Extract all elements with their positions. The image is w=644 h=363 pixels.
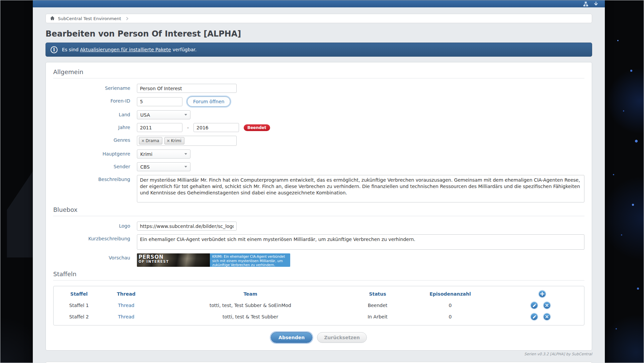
sender-select[interactable]: CBS — [137, 162, 190, 171]
kurzbeschreibung-textarea[interactable]: Ein ehemaliger CIA-Agent verbündet sich … — [137, 234, 584, 250]
banner-photo-collage: PERSON OF INTEREST — [137, 253, 210, 267]
hauptgenre-select-value: Krimi — [140, 152, 152, 157]
banner-blurb-text: KRIMI: Ein ehemaliger CIA-Agent verbünde… — [210, 253, 290, 267]
col-thread: Thread — [104, 291, 148, 297]
version-text: Serien v0.3.2 [ALPHA] by SubCentral — [46, 352, 592, 356]
edit-season-button[interactable] — [530, 301, 538, 309]
beschreibung-textarea[interactable]: Der mysteriöse Milliardär Mr. Finch hat … — [137, 175, 584, 202]
season-episode-count: 0 — [402, 303, 498, 308]
status-badge: Beendet — [244, 124, 270, 131]
season-episode-count: 0 — [402, 314, 498, 319]
season-name: Staffel 2 — [54, 314, 104, 319]
add-season-button[interactable] — [538, 290, 546, 298]
hauptgenre-label: Hauptgenre — [53, 149, 137, 157]
col-team: Team — [148, 291, 353, 297]
land-label: Land — [53, 110, 137, 117]
seriename-label: Seriename — [53, 84, 137, 91]
edit-form-panel: Allgemein Seriename Foren-ID Forum öffne… — [46, 62, 592, 351]
breadcrumb-bottom[interactable]: SubCentral Test Environment — [46, 362, 592, 363]
reset-button[interactable]: Zurücksetzen — [317, 332, 367, 343]
home-icon — [50, 16, 55, 21]
sender-select-value: CBS — [140, 164, 150, 170]
notice-text: Es sind Aktualisierungen für installiert… — [62, 47, 196, 52]
delete-season-button[interactable] — [543, 301, 551, 309]
jahre-label: Jahre — [53, 123, 137, 130]
season-team: totti, test, Test Subber & SoEinMod — [148, 303, 353, 308]
genre-tag: × Drama — [139, 137, 162, 144]
hauptgenre-select[interactable]: Krimi — [137, 149, 190, 159]
genre-tag: × Krimi — [164, 137, 184, 144]
col-staffel: Staffel — [54, 291, 104, 297]
section-bluebox: Bluebox — [53, 206, 584, 216]
land-select-value: USA — [140, 112, 150, 118]
chevron-down-icon — [184, 114, 187, 116]
sitemap-icon[interactable] — [583, 1, 588, 7]
seasons-table: Staffel Thread Team Status Episodenanzah… — [53, 286, 584, 325]
year-range-separator: - — [187, 125, 189, 130]
kurzbeschreibung-label: Kurzbeschreibung — [53, 234, 137, 241]
season-row: Staffel 2 Thread totti, test & Test Subb… — [54, 311, 584, 322]
preview-banner-image: PERSON OF INTEREST KRIMI: Ein ehemaliger… — [137, 253, 290, 267]
section-staffeln: Staffeln — [53, 270, 584, 281]
scroll-down-arrow-icon[interactable] — [593, 1, 599, 7]
topbar — [33, 0, 605, 7]
beschreibung-label: Beschreibung — [53, 175, 137, 182]
logo-url-input[interactable] — [137, 222, 237, 231]
genre-tag-label: Drama — [146, 138, 159, 143]
content-area: SubCentral Test Environment Bearbeiten v… — [33, 14, 605, 363]
banner-show-logo: PERSON OF INTEREST — [139, 255, 169, 263]
form-actions: Absenden Zurücksetzen — [53, 332, 584, 343]
update-packages-link[interactable]: Aktualisierungen für installierte Pakete — [80, 47, 171, 52]
info-icon: i — [51, 46, 58, 53]
page-column: SubCentral Test Environment Bearbeiten v… — [33, 0, 605, 363]
open-forum-button[interactable]: Forum öffnen — [187, 97, 230, 107]
chevron-right-icon — [125, 17, 129, 20]
land-select[interactable]: USA — [137, 110, 190, 119]
sender-label: Sender — [53, 162, 137, 169]
col-episodenanzahl: Episodenanzahl — [402, 291, 498, 297]
genres-tag-input[interactable]: × Drama × Krimi — [137, 136, 237, 146]
season-row: Staffel 1 Thread totti, test, Test Subbe… — [54, 300, 584, 311]
notice-prefix: Es sind — [62, 47, 80, 52]
edit-season-button[interactable] — [530, 313, 538, 321]
breadcrumb-top[interactable]: SubCentral Test Environment — [46, 14, 592, 23]
notice-suffix: verfügbar. — [171, 47, 196, 52]
season-team: totti, test & Test Subber — [148, 314, 353, 319]
screen: 4 — [0, 0, 644, 363]
foren-id-input[interactable] — [137, 97, 182, 106]
seriename-input[interactable] — [137, 84, 237, 93]
season-thread-link[interactable]: Thread — [104, 314, 148, 319]
season-status: In Arbeit — [353, 314, 402, 319]
delete-season-button[interactable] — [543, 313, 551, 321]
submit-button[interactable]: Absenden — [271, 332, 312, 343]
page-title: Bearbeiten von Person Of Interest [ALPHA… — [46, 29, 592, 39]
breadcrumb-label: SubCentral Test Environment — [58, 16, 121, 21]
vorschau-label: Vorschau — [53, 253, 137, 260]
foren-id-label: Foren-ID — [53, 97, 137, 104]
remove-tag-icon[interactable]: × — [167, 138, 170, 143]
update-notice: i Es sind Aktualisierungen für installie… — [46, 43, 592, 57]
logo-label: Logo — [53, 222, 137, 229]
genres-label: Genres — [53, 136, 137, 143]
chevron-down-icon — [184, 166, 187, 168]
season-status: Beendet — [353, 303, 402, 308]
chevron-down-icon — [184, 153, 187, 155]
jahr-bis-input[interactable] — [193, 123, 239, 132]
jahr-von-input[interactable] — [137, 123, 182, 132]
section-allgemein: Allgemein — [53, 68, 584, 78]
col-status: Status — [353, 291, 402, 297]
remove-tag-icon[interactable]: × — [141, 138, 145, 143]
season-name: Staffel 1 — [54, 303, 104, 308]
season-thread-link[interactable]: Thread — [104, 303, 148, 308]
seasons-table-header: Staffel Thread Team Status Episodenanzah… — [54, 288, 584, 300]
genre-tag-label: Krimi — [171, 138, 181, 143]
